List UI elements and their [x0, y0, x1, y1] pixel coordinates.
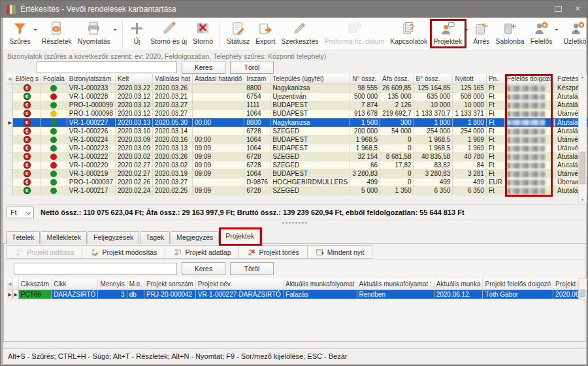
scroll-down-icon[interactable]: ▼ [579, 198, 586, 202]
table-row[interactable]: €PRO-1-0000972020.02.262020.03.27D-9876H… [7, 178, 588, 186]
cell-irszam[interactable]: 6728 [244, 186, 270, 195]
cell-kelt[interactable]: 2020.03.22 [116, 84, 153, 92]
tab-tetelek[interactable]: Tételek [6, 231, 40, 244]
column-header-sorszam[interactable]: Projekt sorszám [144, 278, 196, 290]
cell-selector[interactable]: ▶ [7, 290, 13, 299]
cell-foglalas[interactable] [41, 169, 67, 178]
cell-pn[interactable]: Ft [486, 109, 504, 118]
cell-selector[interactable] [7, 178, 13, 186]
cell-felelos[interactable] [505, 135, 555, 144]
cell-eloleg[interactable]: € [13, 186, 41, 195]
cell-kelt[interactable]: 2020.02.24 [116, 186, 153, 195]
cell-pn[interactable]: Ft [486, 101, 504, 109]
cell-vallalasi[interactable]: 2020.05.30 [153, 118, 193, 127]
cell-me[interactable]: db [127, 290, 144, 299]
cell-telepules[interactable]: SZEGED [270, 186, 350, 195]
cell-kelt[interactable]: 2020.03.12 [116, 92, 153, 101]
cell-cikkszam[interactable]: PCT66 [18, 290, 51, 299]
cell-pn[interactable]: Ft [486, 161, 504, 169]
table-row[interactable]: €VR-1-0002262020.03.102020.03.146728SZEG… [7, 127, 588, 135]
toolbar-button-nyomtatas[interactable]: Nyomtatás [76, 20, 117, 46]
cell-felelos[interactable] [505, 144, 555, 152]
cell-telepules[interactable]: Nagykanizsa [270, 118, 350, 127]
toolbar-button-statusz[interactable]: Státusz [225, 20, 251, 46]
cell-eloleg[interactable]: € [13, 178, 41, 186]
cell-irszam[interactable]: 1064 [244, 109, 270, 118]
cell-eloleg[interactable]: € [13, 84, 41, 92]
column-header-kelt[interactable]: Kelt [116, 74, 153, 84]
cell-telepules[interactable]: BUDAPEST [270, 169, 350, 178]
cell-eloleg[interactable]: € [13, 152, 41, 161]
column-header-proj_felelos[interactable]: Projekt felelős dolgozó [483, 278, 553, 290]
cell-irszam[interactable]: 1064 [244, 144, 270, 152]
cell-selector[interactable] [7, 109, 13, 118]
cell-telepules[interactable]: SZEGED [270, 152, 350, 161]
cell-atadasi[interactable]: 09:09 [193, 144, 244, 152]
cell-vallalasi[interactable]: 2020.03.19 [153, 169, 193, 178]
cell-telepules[interactable]: BUDAPEST [270, 135, 350, 144]
cell-b_ossz[interactable]: 1 800 [414, 118, 453, 127]
cell-afa_ossz[interactable]: 8 681,58 [380, 152, 414, 161]
cell-eloleg[interactable]: € [13, 135, 41, 144]
table-row[interactable]: ▶€VR-1-0002272020.03.132020.05.3000:0088… [7, 118, 588, 127]
cell-munkafolyamat_allapot[interactable]: Rendben [357, 290, 434, 299]
cell-irszam[interactable]: 6728 [244, 152, 270, 161]
cell-nyitott[interactable]: 40 780 [453, 152, 487, 161]
table-row[interactable]: €VR-1-0002172020.02.242020.02.2509:09672… [7, 186, 588, 195]
cell-b_ossz[interactable]: 499 [414, 178, 453, 186]
toolbar-button-reszletek[interactable]: Részletek [41, 20, 73, 46]
cell-bizonylatszam[interactable]: VR-1-000223 [67, 144, 115, 152]
cell-bizonylatszam[interactable]: VR-1-000222 [67, 152, 115, 161]
cell-pn[interactable]: Ft [486, 127, 504, 135]
chevron-down-icon[interactable] [555, 29, 559, 33]
column-header-foglalas[interactable]: Foglalá [41, 74, 67, 84]
cell-bizonylatszam[interactable]: VR-1-000227 [67, 118, 115, 127]
column-header-cikkszam[interactable]: Cikkszám [18, 278, 51, 290]
projects-grid-scrollbar[interactable] [578, 278, 587, 300]
project-button-projekt-torles[interactable]: Projekt törlés [238, 245, 307, 259]
cell-kelt[interactable]: 2020.02.26 [116, 178, 153, 186]
cell-felelos[interactable] [505, 152, 555, 161]
chevron-down-icon[interactable] [113, 29, 117, 33]
cell-pn[interactable]: EUR [486, 178, 504, 186]
cell-vallalasi[interactable]: 2020.03.02 [153, 161, 193, 169]
project-button-mindent-nyit[interactable]: Mindent nyit [307, 245, 373, 259]
documents-search-button[interactable]: Keres [182, 61, 225, 74]
cell-atadasi[interactable]: 09:09 [193, 161, 244, 169]
cell-b_ossz[interactable]: 83,82 [414, 161, 453, 169]
toolbar-button-sablonba[interactable]: Sablonba [494, 20, 525, 46]
cell-vallalasi[interactable]: 2020.03.16 [153, 135, 193, 144]
scroll-up-icon[interactable]: ▲ [579, 75, 586, 79]
toolbar-button-projektek[interactable]: Projektek [432, 20, 468, 46]
cell-atadasi[interactable]: 00:00 [193, 135, 244, 144]
chevron-down-icon[interactable] [33, 29, 37, 33]
cell-felelos[interactable] [505, 178, 555, 186]
cell-selector[interactable] [7, 152, 13, 161]
cell-b_ossz[interactable]: 3 280,83 [414, 169, 453, 178]
cell-telepules[interactable]: BUDAPEST [270, 101, 350, 109]
cell-selector[interactable] [7, 101, 13, 109]
cell-atadasi[interactable] [193, 178, 244, 186]
cell-foglalas[interactable] [41, 186, 67, 195]
cell-nyitott[interactable]: 84 [453, 161, 487, 169]
cell-foglalas[interactable] [41, 135, 67, 144]
cell-telepules[interactable]: Nagykanizsa [270, 84, 350, 92]
cell-irszam[interactable]: 6728 [244, 127, 270, 135]
cell-foglalas[interactable] [41, 92, 67, 101]
toolbar-button-export[interactable]: Export [254, 20, 276, 46]
table-row[interactable]: €VR-1-0002222020.03.022020.03.2609:09672… [7, 152, 588, 161]
cell-nyitott[interactable]: 1 969 [453, 144, 487, 152]
table-row[interactable]: €VR-1-0002242020.03.092020.03.1600:00106… [7, 135, 588, 144]
toolbar-button-felelos[interactable]: Felelős [529, 20, 559, 46]
cell-foglalas[interactable] [41, 127, 67, 135]
cell-afa_ossz[interactable]: 219 692,7 [380, 109, 414, 118]
cell-afa_ossz[interactable]: 135 000 [380, 92, 414, 101]
cell-eloleg[interactable]: € [13, 169, 41, 178]
cell-pn[interactable]: Ft [486, 152, 504, 161]
column-header-nev[interactable]: Projekt név [195, 278, 283, 290]
cell-afa_ossz[interactable]: 0 [380, 135, 414, 144]
column-header-atadasi[interactable]: Átadási határidő [193, 74, 244, 84]
cell-kelt[interactable]: 2020.03.02 [116, 152, 153, 161]
table-row[interactable]: €PRO-1-0000982020.03.122020.03.271064BUD… [7, 109, 588, 118]
cell-felelos[interactable] [505, 161, 555, 169]
